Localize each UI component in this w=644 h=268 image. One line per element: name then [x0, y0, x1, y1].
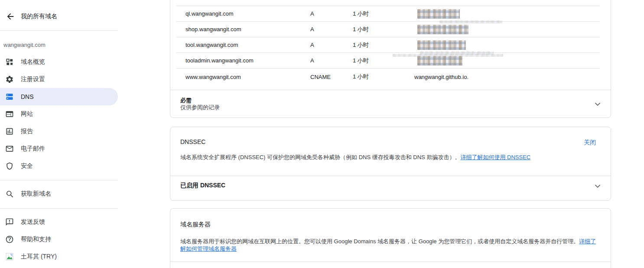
- email-icon: [5, 144, 14, 153]
- dnssec-description: 域名系统安全扩展程序 (DNSSEC) 可保护您的网域免受各种威胁（例如 DNS…: [180, 154, 603, 161]
- search-icon: [5, 190, 14, 198]
- sidebar-item-send-feedback[interactable]: 发送反馈: [0, 213, 118, 231]
- redacted-data-block: [417, 56, 462, 65]
- sidebar-item-reports[interactable]: 报告: [0, 123, 118, 140]
- record-name: tooladmin.wangwangit.com: [185, 57, 310, 64]
- nameservers-title: 域名服务器: [180, 221, 211, 229]
- required-records-expander[interactable]: 必需 仅供参阅的记录: [170, 90, 611, 118]
- required-records-subtitle: 仅供参阅的记录: [180, 104, 611, 111]
- record-data: [414, 6, 600, 21]
- dns-records-card: ql.wangwangit.com A 1 小时 shop.wangwangit…: [170, 0, 611, 118]
- record-type: A: [310, 57, 353, 64]
- required-records-title: 必需: [180, 97, 611, 104]
- sidebar-item-label: 电子邮件: [21, 145, 45, 153]
- sidebar-header: 我的所有域名: [0, 8, 118, 25]
- record-name: shop.wangwangit.com: [185, 26, 310, 33]
- record-ttl: 1 小时: [353, 73, 414, 81]
- sidebar-divider: [0, 30, 118, 31]
- record-name: ql.wangwangit.com: [185, 10, 310, 17]
- sidebar-item-email[interactable]: 电子邮件: [0, 140, 118, 157]
- shield-icon: [5, 162, 14, 170]
- record-type: A: [310, 26, 353, 33]
- redacted-data-block: [417, 9, 460, 19]
- divider: [170, 261, 611, 262]
- redacted-smudge: [439, 20, 502, 23]
- back-label[interactable]: 我的所有域名: [21, 13, 57, 20]
- feedback-icon: [5, 218, 14, 226]
- redacted-smudge: [393, 54, 503, 57]
- sidebar-item-label: 发送反馈: [21, 218, 45, 226]
- record-ttl: 1 小时: [353, 41, 414, 49]
- website-icon: [5, 110, 14, 118]
- dnssec-learn-more-link[interactable]: 详细了解如何使用 DNSSEC: [460, 154, 530, 160]
- country-image-icon: [5, 252, 14, 261]
- record-type: A: [310, 42, 353, 48]
- record-name: tool.wangwangit.com: [185, 42, 310, 48]
- dnssec-disable-link[interactable]: 关闭: [584, 139, 596, 147]
- record-data: wangwangit.github.io.: [414, 69, 600, 85]
- nameservers-card: 域名服务器 域名服务器用于标识您的网域在互联网上的位置。您可以使用 Google…: [170, 208, 611, 268]
- sidebar-item-get-new-domain[interactable]: 获取新域名: [0, 185, 118, 203]
- nameservers-description: 域名服务器用于标识您的网域在互联网上的位置。您可以使用 Google Domai…: [180, 238, 602, 252]
- redacted-data-block: [417, 25, 468, 34]
- sidebar-divider: [0, 208, 118, 209]
- record-ttl: 1 小时: [353, 57, 414, 65]
- divider: [170, 176, 611, 176]
- redacted-data-block: [417, 40, 466, 50]
- current-domain-label: wangwangit.com: [3, 42, 46, 48]
- dnssec-card: DNSSEC 关闭 域名系统安全扩展程序 (DNSSEC) 可保护您的网域免受各…: [170, 127, 611, 201]
- dnssec-description-text: 域名系统安全扩展程序 (DNSSEC) 可保护您的网域免受各种威胁（例如 DNS…: [180, 154, 460, 160]
- back-button[interactable]: [5, 11, 16, 22]
- record-data: [414, 37, 600, 52]
- sidebar-item-website[interactable]: 网站: [0, 105, 118, 123]
- sidebar-item-security[interactable]: 安全: [0, 157, 118, 175]
- chevron-down-icon[interactable]: [593, 100, 602, 108]
- sidebar-item-country-currency[interactable]: 土耳其 (TRY): [0, 248, 118, 265]
- table-row[interactable]: shop.wangwangit.com A 1 小时: [176, 22, 600, 37]
- record-type: A: [310, 10, 353, 17]
- sidebar-item-label: DNS: [21, 93, 34, 100]
- sidebar-divider: [0, 180, 118, 180]
- sidebar-item-label: 注册设置: [21, 75, 45, 83]
- sidebar-item-label: 土耳其 (TRY): [21, 253, 57, 261]
- dns-records-table: ql.wangwangit.com A 1 小时 shop.wangwangit…: [176, 6, 600, 85]
- sidebar-item-label: 域名概览: [21, 58, 45, 66]
- record-data: [414, 22, 600, 37]
- nameservers-description-text: 域名服务器用于标识您的网域在互联网上的位置。您可以使用 Google Domai…: [180, 238, 579, 245]
- sidebar-item-label: 安全: [21, 162, 33, 170]
- chevron-down-icon[interactable]: [593, 182, 602, 190]
- dnssec-title: DNSSEC: [180, 138, 205, 145]
- dns-icon: [5, 92, 14, 101]
- sidebar-item-overview[interactable]: 域名概览: [0, 53, 118, 71]
- gear-icon: [5, 75, 14, 84]
- sidebar-item-dns[interactable]: DNS: [0, 88, 118, 105]
- back-arrow-icon: [6, 12, 15, 21]
- record-name: www.wangwangit.com: [185, 74, 310, 80]
- dnssec-status-label: 已启用 DNSSEC: [180, 182, 225, 190]
- record-ttl: 1 小时: [353, 10, 414, 18]
- main-content: ql.wangwangit.com A 1 小时 shop.wangwangit…: [170, 0, 611, 268]
- sidebar-item-registration[interactable]: 注册设置: [0, 71, 118, 88]
- sidebar-item-help-support[interactable]: 帮助和支持: [0, 231, 118, 248]
- sidebar-item-label: 网站: [21, 110, 33, 118]
- table-row[interactable]: ql.wangwangit.com A 1 小时: [176, 6, 600, 22]
- table-row[interactable]: tooladmin.wangwangit.com A 1 小时: [176, 53, 600, 69]
- sidebar-item-label: 报告: [21, 127, 33, 135]
- report-icon: [5, 127, 14, 136]
- table-row[interactable]: tool.wangwangit.com A 1 小时: [176, 37, 600, 53]
- record-type: CNAME: [310, 74, 353, 80]
- table-row[interactable]: www.wangwangit.com CNAME 1 小时 wangwangit…: [176, 69, 600, 85]
- sidebar: 我的所有域名 wangwangit.com 域名概览 注册设置: [0, 0, 118, 268]
- help-icon: [5, 235, 14, 244]
- record-ttl: 1 小时: [353, 26, 414, 33]
- overview-icon: [5, 58, 14, 66]
- sidebar-item-label: 获取新域名: [21, 190, 51, 198]
- sidebar-item-label: 帮助和支持: [21, 235, 51, 243]
